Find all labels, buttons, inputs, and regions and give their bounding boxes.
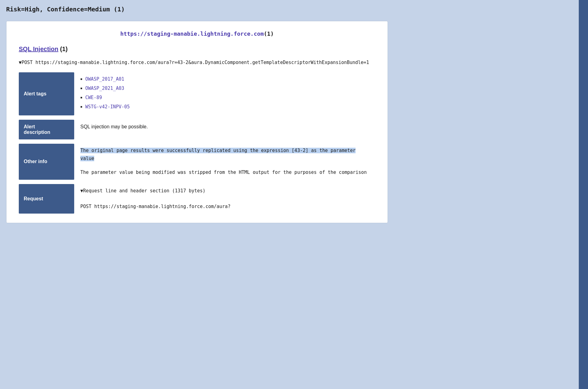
page-header: Risk=High, Confidence=Medium (1) xyxy=(6,3,573,18)
header-title: Risk=High, Confidence=Medium (1) xyxy=(6,6,125,13)
alert-tags-row: Alert tags OWASP_2017_A01 OWASP_2021_A03… xyxy=(19,72,375,115)
right-sidebar xyxy=(579,0,588,389)
alert-tags-list: OWASP_2017_A01 OWASP_2021_A03 CWE-89 WST… xyxy=(80,75,369,110)
section-title-count: (1) xyxy=(60,46,67,52)
url-count: (1) xyxy=(264,30,274,37)
list-item: WSTG-v42-INPV-05 xyxy=(80,103,369,110)
section-title-link[interactable]: SQL Injection xyxy=(19,46,58,52)
other-info-plain-text: The parameter value being modified was s… xyxy=(80,170,367,175)
other-info-content: The original page results were successfu… xyxy=(80,147,369,177)
list-item: OWASP_2021_A03 xyxy=(80,85,369,92)
other-info-label: Other info xyxy=(19,144,74,180)
main-content: Risk=High, Confidence=Medium (1) https:/… xyxy=(0,0,579,389)
wstg-link[interactable]: WSTG-v42-INPV-05 xyxy=(85,103,130,110)
alert-description-row: Alertdescription SQL injection may be po… xyxy=(19,120,375,139)
list-item: CWE-89 xyxy=(80,94,369,101)
alert-description-value: SQL injection may be possible. xyxy=(74,120,375,139)
other-info-highlighted-text: The original page results were successfu… xyxy=(80,148,356,161)
url-link[interactable]: https://staging-manabie.lightning.force.… xyxy=(120,30,264,37)
other-info-highlighted-paragraph: The original page results were successfu… xyxy=(80,147,369,162)
alert-tags-value: OWASP_2017_A01 OWASP_2021_A03 CWE-89 WST… xyxy=(74,72,375,115)
request-value: ▼Request line and header section (1317 b… xyxy=(80,187,369,211)
spacer-row-3 xyxy=(19,180,375,184)
owasp-2017-link[interactable]: OWASP_2017_A01 xyxy=(85,75,124,83)
request-line: ▼POST https://staging-manabie.lightning.… xyxy=(19,59,375,66)
alert-tags-label: Alert tags xyxy=(19,72,74,115)
other-info-row: Other info The original page results wer… xyxy=(19,144,375,180)
request-line-text: ▼POST https://staging-manabie.lightning.… xyxy=(19,60,369,65)
request-post-line: POST https://staging-manabie.lightning.f… xyxy=(80,204,231,209)
request-value-cell: ▼Request line and header section (1317 b… xyxy=(74,184,375,214)
spacer-row-1 xyxy=(19,115,375,120)
alert-description-label: Alertdescription xyxy=(19,120,74,139)
request-triangle-line[interactable]: ▼Request line and header section (1317 b… xyxy=(80,187,369,195)
other-info-plain-paragraph: The parameter value being modified was s… xyxy=(80,169,369,177)
owasp-2021-link[interactable]: OWASP_2021_A03 xyxy=(85,85,124,92)
request-label: Request xyxy=(19,184,74,214)
alert-description-text: SQL injection may be possible. xyxy=(80,124,148,129)
triangle-icon: ▼ xyxy=(80,188,83,194)
cwe-89-link[interactable]: CWE-89 xyxy=(85,94,102,101)
info-table: Alert tags OWASP_2017_A01 OWASP_2021_A03… xyxy=(19,72,375,214)
url-heading: https://staging-manabie.lightning.force.… xyxy=(19,30,375,37)
other-info-value: The original page results were successfu… xyxy=(74,144,375,180)
list-item: OWASP_2017_A01 xyxy=(80,75,369,83)
request-row: Request ▼Request line and header section… xyxy=(19,184,375,214)
spacer-row-2 xyxy=(19,139,375,144)
page-wrapper: Risk=High, Confidence=Medium (1) https:/… xyxy=(0,0,588,389)
request-header-text: Request line and header section (1317 by… xyxy=(83,188,205,194)
main-card: https://staging-manabie.lightning.force.… xyxy=(6,21,388,223)
section-title: SQL Injection (1) xyxy=(19,46,375,53)
